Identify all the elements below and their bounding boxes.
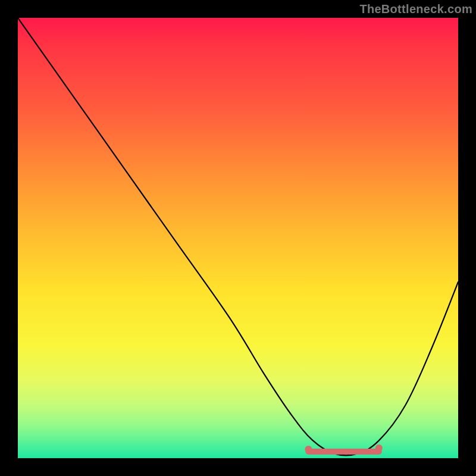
curve-svg [18, 18, 458, 458]
optimal-start-dot [305, 446, 312, 453]
watermark-text: TheBottleneck.com [359, 2, 472, 16]
optimal-end-dot [375, 444, 383, 452]
chart-frame: TheBottleneck.com [0, 0, 476, 476]
plot-area [18, 18, 458, 458]
bottleneck-curve [18, 18, 458, 456]
